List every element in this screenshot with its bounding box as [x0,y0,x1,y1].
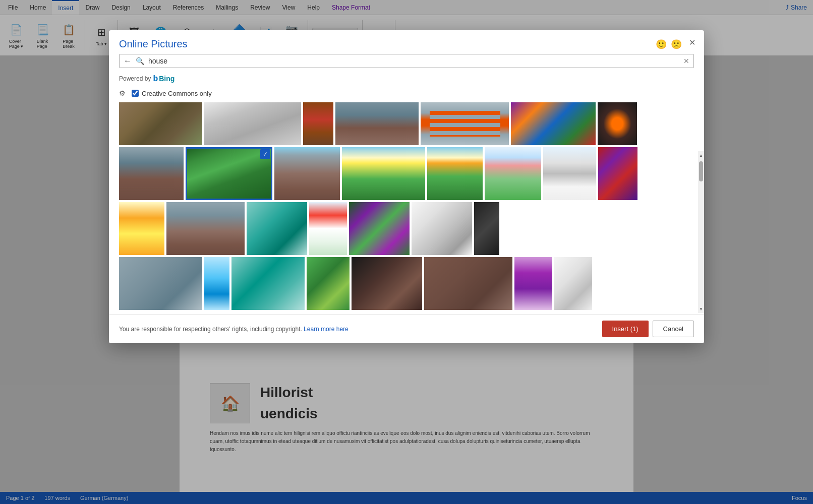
cancel-button[interactable]: Cancel [653,321,694,337]
dialog-footer: You are responsible for respecting other… [109,314,704,343]
image-item-14[interactable] [543,147,596,200]
filter-bar: ⚙ Creative Commons only [109,87,704,102]
image-item-21[interactable] [412,202,472,255]
dialog-title: Online Pictures [119,38,188,50]
grid-row-3 [119,202,694,255]
cc-checkbox-input[interactable] [132,90,139,97]
image-item-29[interactable] [514,257,552,310]
search-bar: ← 🔍 ✕ [119,54,694,68]
image-item-4[interactable] [335,102,419,145]
image-item-8[interactable] [119,147,184,200]
image-item-7[interactable] [598,102,637,145]
learn-more-link[interactable]: Learn more here [304,326,349,333]
image-item-16[interactable] [119,202,164,255]
bing-logo: b Bing [153,74,175,83]
image-item-6[interactable] [511,102,596,145]
image-item-12[interactable] [427,147,483,200]
scroll-down-arrow[interactable]: ▼ [698,305,704,313]
happy-emoji[interactable]: 🙂 [656,39,667,50]
image-grid: ✓ [109,102,704,312]
footer-notice: You are responsible for respecting other… [119,326,349,333]
image-item-25[interactable] [231,257,305,310]
back-button[interactable]: ← [124,56,132,66]
image-item-28[interactable] [424,257,512,310]
image-item-1[interactable] [119,102,202,145]
powered-by-bar: Powered by b Bing [109,72,704,87]
online-pictures-dialog: ✕ Online Pictures 🙂 🙁 ← 🔍 ✕ Powered by b… [109,30,704,343]
image-item-13[interactable] [485,147,541,200]
image-item-20[interactable] [349,202,410,255]
image-item-27[interactable] [352,257,422,310]
image-item-30[interactable] [554,257,592,310]
clear-search-button[interactable]: ✕ [683,57,689,65]
cc-checkbox-label[interactable]: Creative Commons only [132,90,212,97]
modal-overlay: ✕ Online Pictures 🙂 🙁 ← 🔍 ✕ Powered by b… [0,0,813,504]
grid-row-2: ✓ [119,147,694,200]
search-icon: 🔍 [136,57,144,65]
image-item-2[interactable] [204,102,301,145]
image-item-22[interactable] [474,202,499,255]
grid-row-1 [119,102,694,145]
image-item-11[interactable] [342,147,425,200]
insert-button[interactable]: Insert (1) [602,321,649,337]
dialog-header: Online Pictures 🙂 🙁 [109,30,704,54]
image-item-24[interactable] [204,257,229,310]
image-item-15[interactable] [598,147,637,200]
image-item-18[interactable] [247,202,307,255]
image-item-9[interactable]: ✓ [186,147,272,200]
scroll-thumb[interactable] [699,161,703,181]
image-item-26[interactable] [307,257,350,310]
filter-icon[interactable]: ⚙ [119,89,126,97]
image-item-19[interactable] [309,202,347,255]
selected-checkmark: ✓ [260,149,270,159]
image-item-17[interactable] [166,202,245,255]
image-item-3[interactable] [303,102,333,145]
sad-emoji[interactable]: 🙁 [671,39,682,50]
scroll-up-arrow[interactable]: ▲ [698,151,704,159]
image-item-5[interactable] [421,102,509,145]
image-item-23[interactable] [119,257,202,310]
search-input[interactable] [148,57,679,65]
dialog-scrollbar[interactable]: ▲ ▼ [698,151,704,313]
grid-row-4 [119,257,694,310]
close-button[interactable]: ✕ [686,36,698,48]
image-item-10[interactable] [274,147,340,200]
footer-buttons: Insert (1) Cancel [602,321,694,337]
